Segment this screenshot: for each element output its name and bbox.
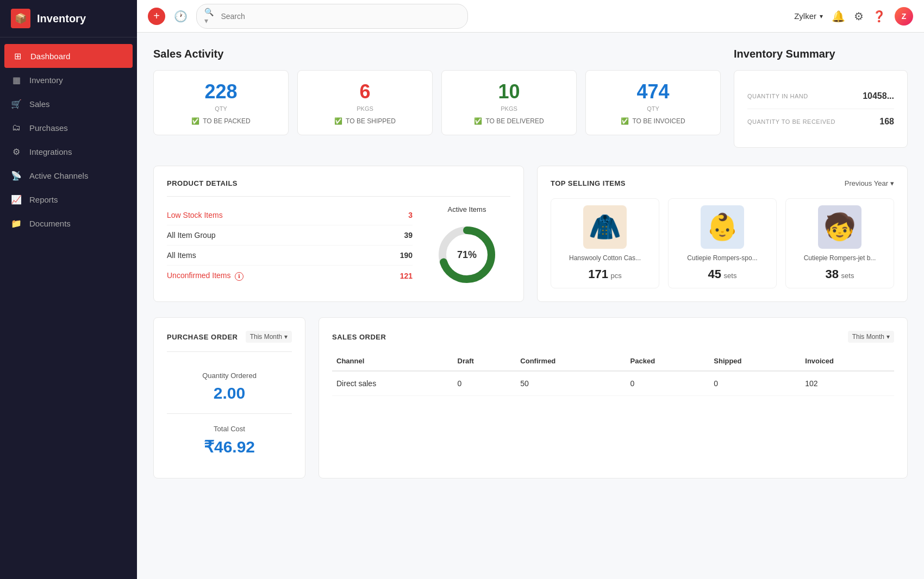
delivered-qty: 10 [498,80,520,103]
sidebar-item-purchases[interactable]: 🗂 Purchases [0,116,137,140]
so-cell-packed: 0 [626,371,710,396]
low-stock-label[interactable]: Low Stock Items [167,211,223,219]
so-cell-confirmed: 50 [516,371,626,396]
ts-item-img-1: 👶 [701,205,744,249]
sidebar: 📦 Inventory ⊞ Dashboard ▦ Inventory 🛒 Sa… [0,0,137,579]
so-filter-dropdown[interactable]: This Month ▾ [848,331,894,343]
so-cell-draft: 0 [453,371,516,396]
po-quantity-label: Quantity Ordered [167,372,292,380]
pd-row-item-group: All Item Group 39 [167,225,413,246]
so-col-shipped: Shipped [709,351,801,371]
sidebar-item-sales[interactable]: 🛒 Sales [0,92,137,116]
ts-item-img-2: 🧒 [818,205,861,249]
notifications-icon[interactable]: 🔔 [832,10,845,23]
so-col-confirmed: Confirmed [516,351,626,371]
qty-to-receive-value: 168 [879,117,894,127]
pd-row-unconfirmed: Unconfirmed Items ℹ 121 [167,266,413,286]
sidebar-header: 📦 Inventory [0,0,137,37]
sidebar-label-purchases: Purchases [29,123,68,133]
integrations-icon: ⚙ [11,146,22,157]
shipped-label: ✅ TO BE SHIPPED [334,117,396,125]
donut-chart: 71% [434,222,500,287]
user-menu[interactable]: Zylker ▾ [794,11,823,21]
settings-icon[interactable]: ⚙ [854,10,864,23]
so-col-invoiced: Invoiced [801,351,894,371]
inventory-summary-title: Inventory Summary [734,48,908,60]
qty-in-hand-value: 10458... [863,91,894,101]
sidebar-item-reports[interactable]: 📈 Reports [0,187,137,211]
packed-label: ✅ TO BE PACKED [191,117,251,125]
all-items-label[interactable]: All Items [167,251,196,260]
pd-divider [167,196,510,197]
pd-row-all-items: All Items 190 [167,246,413,266]
page-content: Sales Activity 228 Qty ✅ TO BE PACKED 6 … [137,33,924,579]
so-col-draft: Draft [453,351,516,371]
sales-icon: 🛒 [11,98,22,109]
sidebar-item-integrations[interactable]: ⚙ Integrations [0,140,137,163]
ts-item-name-0: Hanswooly Cotton Cas... [569,254,641,262]
so-col-channel: Channel [332,351,453,371]
search-input[interactable] [221,12,460,21]
table-row: Direct sales 0 50 0 0 102 [332,371,894,396]
sales-order-card: SALES ORDER This Month ▾ Channel Draft C… [319,317,908,479]
item-group-value: 39 [404,231,413,240]
purchases-icon: 🗂 [11,122,22,133]
main-content: + 🕐 🔍▾ Zylker ▾ 🔔 ⚙ ❓ Z Sales Activity [137,0,924,579]
all-items-value: 190 [400,251,413,260]
so-col-packed: Packed [626,351,710,371]
sidebar-item-inventory[interactable]: ▦ Inventory [0,68,137,92]
pd-list: Low Stock Items 3 All Item Group 39 All … [167,205,413,287]
po-quantity-value: 2.00 [167,384,292,402]
sidebar-label-inventory: Inventory [29,75,63,85]
po-header: PURCHASE ORDER This Month ▾ [167,331,292,343]
avatar[interactable]: Z [895,7,913,26]
so-cell-channel: Direct sales [332,371,453,396]
middle-section: PRODUCT DETAILS Low Stock Items 3 All It… [153,166,908,302]
sales-activity-title: Sales Activity [153,48,721,60]
activity-cards: 228 Qty ✅ TO BE PACKED 6 Pkgs ✅ TO BE SH… [153,70,721,135]
chart-title: Active Items [448,205,486,213]
add-button[interactable]: + [148,8,165,25]
sidebar-item-dashboard[interactable]: ⊞ Dashboard [4,44,133,68]
search-icon: 🔍▾ [204,8,216,25]
shipped-unit: Pkgs [357,105,373,112]
packed-unit: Qty [215,105,227,112]
low-stock-value: 3 [408,211,413,219]
bottom-section: PURCHASE ORDER This Month ▾ Quantity Ord… [153,317,908,479]
ts-item-1[interactable]: 👶 Cutiepie Rompers-spo... 45 sets [668,198,777,288]
delivered-unit: Pkgs [501,105,517,112]
item-group-label[interactable]: All Item Group [167,231,215,240]
so-cell-invoiced: 102 [801,371,894,396]
user-chevron-icon: ▾ [820,12,823,20]
history-icon[interactable]: 🕐 [174,10,188,23]
activity-card-shipped: 6 Pkgs ✅ TO BE SHIPPED [297,70,433,135]
help-icon[interactable]: ❓ [872,10,886,23]
unconfirmed-info-icon[interactable]: ℹ [235,272,244,281]
chevron-down-icon: ▾ [890,179,894,187]
pd-chart: Active Items 71% [423,205,510,287]
user-name: Zylker [794,11,816,21]
pd-row-low-stock: Low Stock Items 3 [167,205,413,225]
sidebar-item-active-channels[interactable]: 📡 Active Channels [0,163,137,187]
ts-title: TOP SELLING ITEMS [551,179,626,187]
inventory-summary-section: Inventory Summary QUANTITY IN HAND 10458… [734,48,908,150]
active-channels-icon: 📡 [11,170,22,181]
so-header: SALES ORDER This Month ▾ [332,331,894,343]
po-filter-dropdown[interactable]: This Month ▾ [246,331,292,343]
ts-item-img-0: 🧥 [583,205,627,249]
ts-filter-dropdown[interactable]: Previous Year ▾ [845,179,894,187]
sales-order-table: Channel Draft Confirmed Packed Shipped I… [332,351,894,396]
ts-item-name-2: Cutiepie Rompers-jet b... [804,254,876,262]
po-cost-stat: Total Cost ₹46.92 [167,416,292,465]
activity-card-invoiced: 474 Qty ✅ TO BE INVOICED [585,70,721,135]
donut-label: 71% [457,249,477,261]
ts-item-2[interactable]: 🧒 Cutiepie Rompers-jet b... 38 sets [785,198,894,288]
activity-card-packed: 228 Qty ✅ TO BE PACKED [153,70,289,135]
ts-item-0[interactable]: 🧥 Hanswooly Cotton Cas... 171 pcs [551,198,659,288]
sidebar-item-documents[interactable]: 📁 Documents [0,211,137,235]
unconfirmed-label[interactable]: Unconfirmed Items ℹ [167,271,244,281]
po-chevron-icon: ▾ [284,333,288,341]
inventory-icon: ▦ [11,74,22,85]
delivered-check-icon: ✅ [474,117,482,125]
packed-qty: 228 [204,80,237,103]
